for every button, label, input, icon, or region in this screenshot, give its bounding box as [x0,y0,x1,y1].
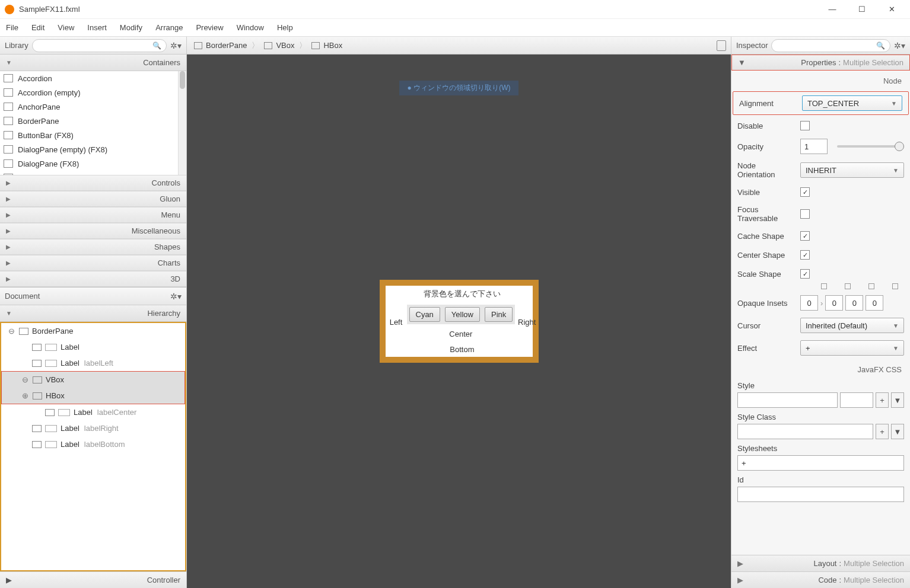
inset-top[interactable]: 0 [800,295,818,311]
opacity-input[interactable]: 1 [800,139,828,154]
style-menu-button[interactable]: ▼ [891,392,904,408]
category-gluon[interactable]: ▶Gluon [0,191,186,207]
style-add-button[interactable]: + [876,392,889,408]
maximize-button[interactable]: ☐ [848,1,876,18]
tree-toggle-icon[interactable]: ⊖ [7,327,15,335]
library-menu-gear-icon[interactable]: ✲▾ [170,41,182,50]
category-3d[interactable]: ▶3D [0,271,186,287]
scrollbar-thumb[interactable] [180,71,185,89]
controller-section[interactable]: ▶ Controller [0,571,186,588]
overlay-note: ● ウィンドウの領域切り取り(W) [399,81,519,95]
code-section-header[interactable]: ▶ Code: Multiple Selection [731,571,910,588]
section-label: Containers [143,58,180,67]
stylesheets-add-button[interactable]: + [737,455,904,471]
library-item[interactable]: DialogPane (empty) (FX8) [0,142,178,156]
inset-right[interactable]: 0 [825,295,843,311]
link-checkbox[interactable] [845,283,851,289]
tree-node-label: Label [61,343,79,351]
containers-section-header[interactable]: ▼ Containers [0,55,186,71]
menu-file[interactable]: File [6,23,18,32]
document-menu-gear-icon[interactable]: ✲▾ [170,292,182,301]
breadcrumb-item[interactable]: VBox [262,41,297,50]
link-checkbox[interactable] [821,283,827,289]
tree-node-hbox[interactable]: ⊕HBox [2,388,184,404]
tree-node-label[interactable]: LabellabelCenter [1,404,185,420]
tree-toggle-icon[interactable]: ⊕ [21,391,29,400]
library-item[interactable]: AnchorPane [0,100,178,114]
chevron-right-icon: ▶ [6,228,11,234]
scale-shape-checkbox[interactable]: ✓ [800,269,810,279]
menu-modify[interactable]: Modify [120,23,142,32]
link-checkbox[interactable] [892,283,898,289]
style-value-input[interactable] [840,392,873,408]
menu-edit[interactable]: Edit [31,23,44,32]
menu-preview[interactable]: Preview [196,23,223,32]
category-shapes[interactable]: ▶Shapes [0,239,186,255]
preview-hbox[interactable]: CyanYellowPink [407,305,516,324]
inspector-menu-gear-icon[interactable]: ✲▾ [894,41,905,50]
preview-button-pink[interactable]: Pink [485,307,513,322]
library-item[interactable]: FlowPane [0,171,178,175]
preview-button-cyan[interactable]: Cyan [409,307,440,322]
tree-node-label[interactable]: LabellabelLeft [1,355,185,371]
effect-combo[interactable]: +▼ [800,340,904,356]
tree-node-borderpane[interactable]: ⊖BorderPane [1,323,185,339]
minimize-button[interactable]: — [819,1,846,18]
category-menu[interactable]: ▶Menu [0,207,186,223]
focus-traversable-checkbox[interactable] [800,209,810,219]
category-controls[interactable]: ▶Controls [0,175,186,191]
library-item[interactable]: DialogPane (FX8) [0,156,178,171]
category-label: Menu [161,210,180,219]
id-input[interactable] [737,487,904,502]
category-charts[interactable]: ▶Charts [0,255,186,271]
node-orientation-combo[interactable]: INHERIT▼ [800,162,904,178]
style-class-input[interactable] [737,424,873,439]
inset-bottom[interactable]: 0 [845,295,863,311]
style-input[interactable] [737,392,838,408]
inspector-search[interactable]: 🔍 [771,39,890,52]
category-miscellaneous[interactable]: ▶Miscellaneous [0,223,186,239]
opacity-slider[interactable] [837,145,904,148]
design-canvas[interactable]: ● ウィンドウの領域切り取り(W) 背景色を選んで下さい Left CyanYe… [187,55,731,588]
breadcrumb-item[interactable]: HBox [309,41,345,50]
style-class-menu-button[interactable]: ▼ [891,424,904,439]
menu-insert[interactable]: Insert [87,23,107,32]
close-button[interactable]: ✕ [878,1,905,18]
link-checkbox[interactable] [868,283,874,289]
disable-checkbox[interactable] [800,121,810,130]
center-shape-checkbox[interactable]: ✓ [800,250,810,260]
cursor-combo[interactable]: Inherited (Default)▼ [800,318,904,333]
center-shape-label: Center Shape [737,251,794,260]
library-search[interactable]: 🔍 [32,39,167,52]
node-icon [32,344,42,351]
inset-left[interactable]: 0 [866,295,883,311]
category-label: Charts [158,258,180,267]
document-icon[interactable] [717,40,726,51]
id-label: Id [737,475,904,484]
layout-section-header[interactable]: ▶ Layout: Multiple Selection [731,555,910,571]
slider-thumb[interactable] [895,142,904,151]
tree-node-vbox[interactable]: ⊖VBox [2,372,184,388]
tree-node-label[interactable]: LabellabelBottom [1,436,185,452]
library-item[interactable]: ButtonBar (FX8) [0,128,178,142]
tree-node-label[interactable]: LabellabelRight [1,420,185,436]
library-item[interactable]: Accordion (empty) [0,85,178,100]
library-item[interactable]: Accordion [0,71,178,85]
breadcrumb-item[interactable]: BorderPane [192,41,249,50]
menu-window[interactable]: Window [237,23,264,32]
hierarchy-header[interactable]: ▼ Hierarchy [0,305,186,322]
tree-toggle-icon[interactable]: ⊖ [21,375,29,384]
preview-button-yellow[interactable]: Yellow [445,307,480,322]
menu-help[interactable]: Help [277,23,293,32]
alignment-combo[interactable]: TOP_CENTER▼ [802,95,902,111]
menu-arrange[interactable]: Arrange [155,23,183,32]
cache-shape-checkbox[interactable]: ✓ [800,231,810,241]
style-class-add-button[interactable]: + [876,424,889,439]
visible-checkbox[interactable]: ✓ [800,187,810,197]
library-scrollbar[interactable] [178,71,186,175]
properties-section-header[interactable]: ▼ Properties : Multiple Selection [731,55,910,71]
menu-view[interactable]: View [58,23,74,32]
inspector-title: Inspector [736,41,768,50]
library-item[interactable]: BorderPane [0,114,178,128]
tree-node-label[interactable]: Label [1,339,185,355]
